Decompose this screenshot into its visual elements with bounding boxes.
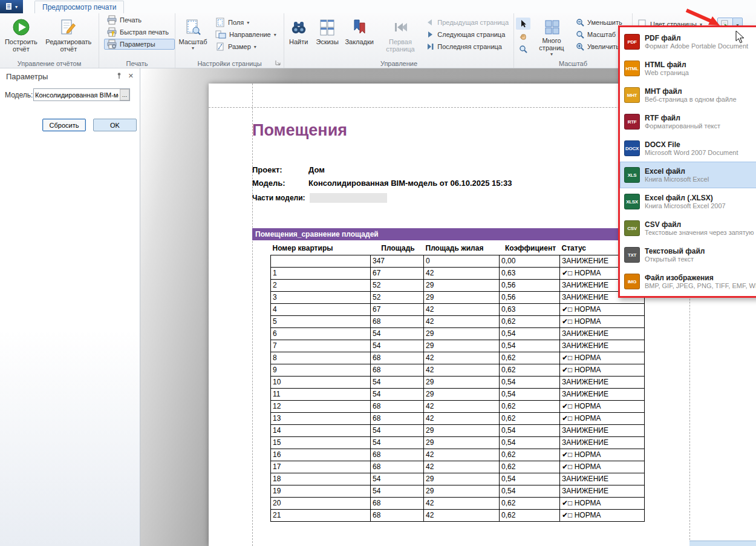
table-cell: 42 — [424, 400, 500, 412]
export-menu-item-txt[interactable]: TXTТекстовый файлОткрытый текст — [620, 242, 756, 268]
export-menu-item-docx[interactable]: DOCXDOCX FileMicrosoft Word 2007 Documen… — [620, 135, 756, 162]
model-browse-button[interactable]: … — [120, 89, 129, 100]
bookmarks-button[interactable]: Закладки — [344, 16, 376, 57]
next-page-label: Следующая страница — [437, 31, 505, 38]
export-item-subtitle: Текстовые значения через запятую — [645, 229, 754, 237]
scale-icon — [184, 18, 202, 37]
table-cell: 68 — [371, 315, 424, 327]
table-cell: 0,54 — [500, 436, 560, 449]
table-cell: 29 — [424, 388, 500, 400]
table-cell: 54 — [371, 424, 424, 436]
model-input[interactable] — [34, 89, 120, 100]
size-caret-icon: ▾ — [254, 44, 256, 50]
pin-icon[interactable] — [116, 72, 123, 79]
table-cell: 42 — [424, 412, 500, 424]
margins-icon — [215, 18, 225, 27]
table-cell: 68 — [371, 364, 424, 376]
table-cell: 0,62 — [500, 461, 560, 473]
ok-button[interactable]: OK — [93, 119, 137, 131]
last-page-button[interactable]: Последняя страница — [423, 41, 512, 52]
model-combobox[interactable]: … — [33, 88, 130, 101]
export-item-subtitle: Web страница — [645, 69, 689, 77]
table-cell: ✔□ НОРМА — [560, 315, 645, 327]
table-cell: 54 — [371, 388, 424, 400]
orientation-button[interactable]: Направление ▾ — [212, 29, 279, 40]
quick-print-label: Быстрая печать — [120, 28, 169, 36]
table-cell: 6 — [271, 327, 371, 340]
table-row: 34700,00ЗАНИЖЕНИЕ — [271, 255, 645, 267]
print-button[interactable]: Печать — [104, 15, 175, 25]
table-cell: 9 — [271, 364, 371, 376]
table-cell: ЗАНИЖЕНИЕ — [560, 340, 645, 352]
export-item-subtitle: Форматированный текст — [645, 122, 720, 130]
scale-button[interactable]: Масштаб ▾ — [177, 16, 209, 57]
table-row: 654290,54ЗАНИЖЕНИЕ — [271, 327, 645, 340]
print-label: Печать — [120, 16, 142, 24]
zoom-out-button[interactable]: Уменьшить — [573, 17, 625, 28]
export-menu-item-xls[interactable]: XLSExcel файлКнига Microsoft Excel — [620, 162, 756, 188]
tab-print-preview[interactable]: Предпросмотр печати — [34, 1, 124, 13]
thumbnails-button[interactable]: Эскизы — [314, 16, 341, 57]
reset-button[interactable]: Сбросить — [42, 119, 86, 131]
table-row: 167420,63✔□ НОРМА — [271, 267, 645, 279]
table-cell: ЗАНИЖЕНИЕ — [560, 473, 645, 485]
table-cell: 0,54 — [500, 327, 560, 340]
next-page-button[interactable]: Следующая страница — [423, 29, 512, 40]
parameters-button[interactable]: Параметры — [104, 39, 175, 50]
hand-tool-button[interactable] — [516, 30, 530, 42]
many-pages-button[interactable]: Много страниц ▾ — [534, 16, 569, 57]
table-cell: 67 — [371, 267, 424, 279]
close-icon[interactable]: ✕ — [128, 72, 134, 79]
table-row: 1268420,62✔□ НОРМА — [271, 400, 645, 412]
report-table-head-row: Номер квартирыПлощадьПлощадь жилаяКоэффи… — [271, 242, 645, 255]
app-menu-button[interactable]: ▾ — [0, 0, 23, 13]
export-menu-item-rtf[interactable]: RTFRTF файлФорматированный текст — [620, 108, 756, 135]
export-menu-item-csv[interactable]: CSVCSV файлТекстовые значения через запя… — [620, 215, 756, 242]
export-menu-item-html[interactable]: HTMLHTML файлWeb страница — [620, 55, 756, 82]
table-cell — [271, 255, 371, 267]
quick-print-button[interactable]: Быстрая печать — [104, 27, 175, 38]
export-menu-item-mht[interactable]: MHTMHT файлВеб-страница в одном файле — [620, 82, 756, 108]
first-page-button[interactable]: Первая страница — [384, 16, 417, 57]
zoom-in-button[interactable]: Увеличить — [573, 41, 625, 52]
build-report-button[interactable]: Построить отчёт — [2, 16, 41, 57]
pointer-tool-button[interactable] — [516, 18, 530, 30]
export-menu: PDFPDF файлФормат Adobe Portable Documen… — [618, 25, 756, 298]
parameters-panel: Параметры ✕ Модель: … Сбросить OK — [0, 68, 140, 546]
edit-report-button[interactable]: Редактировать отчёт — [41, 16, 97, 57]
table-cell: ЗАНИЖЕНИЕ — [560, 485, 645, 497]
table-row: 1454290,54ЗАНИЖЕНИЕ — [271, 424, 645, 436]
table-row: 754290,54ЗАНИЖЕНИЕ — [271, 340, 645, 352]
table-cell: 54 — [371, 376, 424, 388]
table-cell: ✔□ НОРМА — [560, 449, 645, 461]
table-cell: 54 — [371, 436, 424, 449]
zoom-tool-button[interactable] — [516, 43, 530, 55]
export-menu-item-xlsx[interactable]: XLSXExcel файл (.XLSX)Книга Microsoft Ex… — [620, 188, 756, 215]
size-button[interactable]: Размер ▾ — [212, 41, 279, 52]
ribbon-group-navigation: Найти Эскизы Закладки — [284, 13, 514, 68]
table-cell: 29 — [424, 436, 500, 449]
table-cell: 4 — [271, 303, 371, 315]
margins-button[interactable]: Поля ▾ — [212, 17, 279, 28]
table-row: 1954290,54ЗАНИЖЕНИЕ — [271, 485, 645, 497]
table-row: 1368420,62✔□ НОРМА — [271, 412, 645, 424]
thumbnails-icon — [318, 18, 336, 37]
prev-page-button[interactable]: Предыдущая страница — [423, 17, 512, 28]
table-cell: 3 — [271, 291, 371, 303]
table-cell: 10 — [271, 376, 371, 388]
bookmarks-icon — [350, 18, 368, 37]
table-row: 467420,63✔□ НОРМА — [271, 303, 645, 315]
tab-bar: ▾ Предпросмотр печати — [0, 0, 756, 13]
export-item-subtitle: Веб-страница в одном файле — [645, 96, 737, 104]
table-cell: 29 — [424, 279, 500, 291]
first-page-icon — [391, 18, 409, 37]
parameters-label: Параметры — [120, 41, 155, 48]
zoom-select-button[interactable]: Масштаб ▾ — [573, 29, 625, 40]
page-setup-dialog-launcher[interactable] — [275, 59, 282, 67]
export-menu-item-img[interactable]: IMGФайл изображенияBMP, GIF, JPEG, PNG, … — [620, 268, 756, 295]
build-report-icon — [12, 18, 30, 37]
scrollbar-corner[interactable] — [689, 541, 756, 546]
find-button[interactable]: Найти — [286, 16, 311, 57]
quick-print-icon — [107, 27, 117, 37]
table-cell: 67 — [371, 303, 424, 315]
